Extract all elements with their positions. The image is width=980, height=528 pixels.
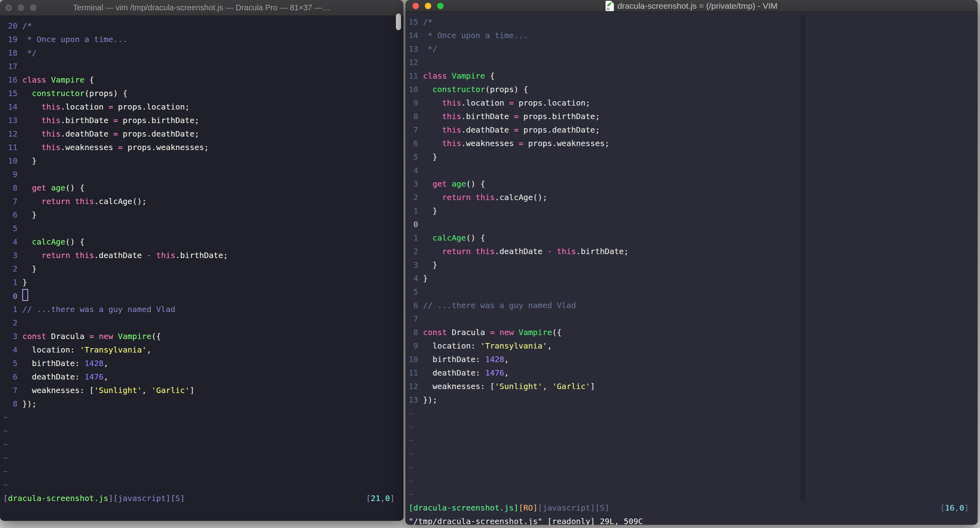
line-number: 2 <box>409 193 423 202</box>
code-line: 10 } <box>3 154 403 168</box>
status-line: [dracula-screenshot.js][javascript][S][2… <box>3 491 403 505</box>
line-number: 11 <box>409 368 423 378</box>
code-line: 2 return this.calcAge(); <box>409 191 978 204</box>
code-line: 0 <box>409 218 978 231</box>
line-number: 12 <box>3 129 22 139</box>
line-number: 15 <box>409 17 423 27</box>
code-line: 12 weaknesses: ['Sunlight', 'Garlic'] <box>409 380 978 393</box>
code-line: 9 this.location = props.location; <box>409 96 978 110</box>
tilde-row: ~ <box>409 461 978 474</box>
js-file-icon: JS <box>606 1 614 11</box>
line-number: 19 <box>3 35 22 44</box>
line-number: 3 <box>409 179 423 189</box>
line-number: 5 <box>409 287 423 297</box>
line-number: 7 <box>409 125 423 135</box>
code-line: 5 birthDate: 1428, <box>3 356 403 370</box>
line-number: 9 <box>409 341 423 351</box>
cursor-block <box>22 289 28 301</box>
code-line: 13 this.birthDate = props.birthDate; <box>3 114 403 127</box>
code-line: 11 this.weaknesses = props.weaknesses; <box>3 141 403 154</box>
code-line: 12 this.deathDate = props.deathDate; <box>3 127 403 141</box>
line-number: 9 <box>409 98 423 108</box>
line-number: 16 <box>3 75 22 85</box>
code-line: 1 } <box>3 276 403 289</box>
code-line: 15 /* <box>409 15 978 29</box>
close-button[interactable] <box>413 3 419 9</box>
code-line: 8 }); <box>3 397 403 410</box>
line-number: 18 <box>3 48 22 58</box>
code-line: 7 this.deathDate = props.deathDate; <box>409 123 978 137</box>
macvim-titlebar[interactable]: JS dracula-screenshot.js = (/private/tmp… <box>405 0 978 12</box>
line-number: 17 <box>3 62 22 71</box>
code-line: 1 calcAge() { <box>409 231 978 245</box>
window-title: Terminal — vim /tmp/dracula-screenshot.j… <box>73 3 330 12</box>
minimize-button[interactable] <box>17 4 24 11</box>
colorcolumn-80 <box>801 15 805 501</box>
status-line: [dracula-screenshot.js][RO][javascript][… <box>409 501 978 515</box>
line-number: 10 <box>409 355 423 364</box>
line-number: 11 <box>3 143 22 152</box>
tilde-row: ~ <box>3 410 403 424</box>
code-line: 13 */ <box>409 42 978 56</box>
command-line: "/tmp/dracula-screenshot.js" [readonly] … <box>409 515 978 525</box>
tilde-row: ~ <box>409 407 978 420</box>
line-number: 11 <box>409 71 423 81</box>
line-number: 7 <box>409 314 423 324</box>
tilde-row: ~ <box>409 488 978 501</box>
code-line: 6 } <box>3 208 403 222</box>
tilde-row: ~ <box>409 447 978 461</box>
line-number: 5 <box>409 152 423 162</box>
line-number: 5 <box>3 358 22 368</box>
cursor-position: [16,0] <box>940 501 978 515</box>
code-line: 0 <box>3 289 403 303</box>
code-line: 4 <box>409 164 978 177</box>
code-line: 3 } <box>409 258 978 272</box>
tilde-row: ~ <box>409 420 978 434</box>
terminal-window: Terminal — vim /tmp/dracula-screenshot.j… <box>0 0 403 521</box>
vim-editor-pane[interactable]: 15 /*14 * Once upon a time...13 */12 11 … <box>405 12 978 525</box>
line-number: 6 <box>409 301 423 310</box>
code-line: 11 class Vampire { <box>409 69 978 83</box>
code-line: 6 this.weaknesses = props.weaknesses; <box>409 137 978 150</box>
line-number: 15 <box>3 89 22 98</box>
code-line: 7 weaknesses: ['Sunlight', 'Garlic'] <box>3 383 403 397</box>
minimize-button[interactable] <box>425 3 431 9</box>
code-line: 2 return this.deathDate - this.birthDate… <box>409 245 978 258</box>
code-line: 20 /* <box>3 19 403 33</box>
line-number: 4 <box>409 166 423 175</box>
terminal-titlebar[interactable]: Terminal — vim /tmp/dracula-screenshot.j… <box>0 0 403 16</box>
vim-editor-pane[interactable]: 20 /* 19 * Once upon a time... 18 */ 17 … <box>0 16 403 521</box>
line-number: 20 <box>3 21 22 31</box>
zoom-button[interactable] <box>30 4 37 11</box>
macvim-window: JS dracula-screenshot.js = (/private/tmp… <box>405 0 978 525</box>
line-number: 0 <box>409 220 423 229</box>
line-number: 7 <box>3 385 22 395</box>
code-line: 16 class Vampire { <box>3 73 403 87</box>
code-line: 4 calcAge() { <box>3 235 403 249</box>
line-number: 3 <box>3 251 22 260</box>
close-button[interactable] <box>5 4 12 11</box>
code-line: 10 constructor(props) { <box>409 83 978 96</box>
code-line: 10 birthDate: 1428, <box>409 353 978 366</box>
code-line: 7 <box>409 312 978 326</box>
code-line: 14 * Once upon a time... <box>409 29 978 42</box>
code-line: 3 get age() { <box>409 177 978 191</box>
command-line <box>3 505 403 518</box>
code-line: 2 <box>3 316 403 330</box>
line-number: 0 <box>3 291 22 301</box>
code-line: 3 const Dracula = new Vampire({ <box>3 330 403 343</box>
code-line: 5 } <box>409 150 978 164</box>
edited-dot-icon <box>8 7 10 9</box>
zoom-button[interactable] <box>437 3 444 9</box>
code-line: 5 <box>3 222 403 235</box>
tilde-row: ~ <box>409 434 978 447</box>
line-number: 13 <box>409 44 423 54</box>
code-line: 8 const Dracula = new Vampire({ <box>409 326 978 339</box>
code-line: 18 */ <box>3 46 403 60</box>
code-line: 6 // ...there was a guy named Vlad <box>409 299 978 312</box>
code-line: 12 <box>409 56 978 69</box>
code-line: 15 constructor(props) { <box>3 87 403 100</box>
line-number: 2 <box>3 264 22 274</box>
line-number: 1 <box>3 304 22 314</box>
scrollbar-thumb[interactable] <box>396 13 401 30</box>
